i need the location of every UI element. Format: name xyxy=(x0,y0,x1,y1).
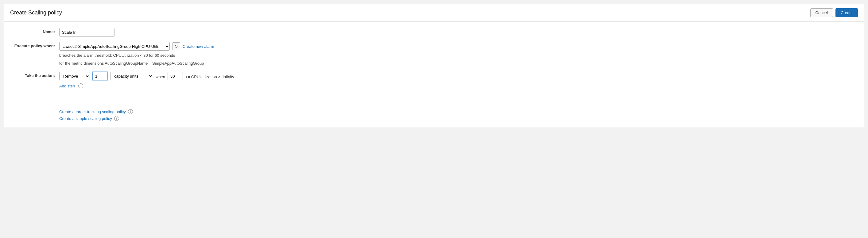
create-scaling-policy-panel: Create Scaling policy Cancel Create Name… xyxy=(4,4,864,127)
target-tracking-row: Create a target tracking scaling policy … xyxy=(59,109,858,114)
action-row: Take the action: Remove Add capacity uni… xyxy=(10,72,858,88)
panel-header: Create Scaling policy Cancel Create xyxy=(4,4,864,22)
execute-content: awsec2-SimpleAppAutoScallingGroup-High-C… xyxy=(59,42,858,66)
execute-label: Execute policy when: xyxy=(10,42,59,48)
add-step-row: Add step i xyxy=(59,83,858,88)
threshold-description: breaches the alarm threshold: CPUUtiliza… xyxy=(59,53,858,59)
add-step-link[interactable]: Add step xyxy=(59,84,75,88)
simple-scaling-link[interactable]: Create a simple scaling policy xyxy=(59,116,112,121)
panel-body: Name: Execute policy when: awsec2-Simple… xyxy=(4,22,864,103)
target-tracking-link[interactable]: Create a target tracking scaling policy xyxy=(59,109,126,114)
condition-text: >= CPUUtilization > -infinity xyxy=(185,73,234,79)
action-select[interactable]: Remove Add xyxy=(59,72,90,80)
units-select[interactable]: capacity units percent capacity instance… xyxy=(110,72,153,80)
panel-title: Create Scaling policy xyxy=(10,9,62,16)
dimension-description: for the metric dimensions AutoScalingGro… xyxy=(59,60,858,67)
execute-policy-row: Execute policy when: awsec2-SimpleAppAut… xyxy=(10,42,858,66)
panel-footer: Create a target tracking scaling policy … xyxy=(4,103,864,127)
refresh-button[interactable]: ↻ xyxy=(172,42,180,50)
simple-scaling-info-icon[interactable]: i xyxy=(114,116,119,121)
alarm-select[interactable]: awsec2-SimpleAppAutoScallingGroup-High-C… xyxy=(59,42,170,50)
header-buttons: Cancel Create xyxy=(810,8,858,17)
cancel-button[interactable]: Cancel xyxy=(810,8,833,17)
alarm-row: awsec2-SimpleAppAutoScallingGroup-High-C… xyxy=(59,42,858,50)
create-new-alarm-link[interactable]: Create new alarm xyxy=(183,44,214,49)
name-label: Name: xyxy=(10,28,59,34)
create-button[interactable]: Create xyxy=(835,8,858,17)
when-label: when xyxy=(156,73,165,79)
target-tracking-info-icon[interactable]: i xyxy=(128,109,133,114)
name-row: Name: xyxy=(10,28,858,36)
action-controls: Remove Add capacity units percent capaci… xyxy=(59,72,858,80)
action-label: Take the action: xyxy=(10,72,59,78)
name-input[interactable] xyxy=(59,28,115,36)
action-value-input[interactable] xyxy=(92,72,108,80)
action-content: Remove Add capacity units percent capaci… xyxy=(59,72,858,88)
add-step-info-icon[interactable]: i xyxy=(78,83,83,88)
refresh-icon: ↻ xyxy=(174,44,178,49)
when-value-input[interactable] xyxy=(167,72,183,80)
name-content xyxy=(59,28,858,36)
simple-scaling-row: Create a simple scaling policy i xyxy=(59,116,858,121)
